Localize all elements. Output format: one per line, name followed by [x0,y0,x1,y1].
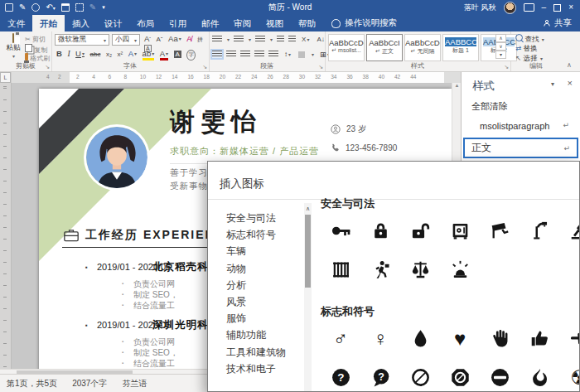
profile-photo[interactable] [86,127,147,188]
font-name-combo[interactable]: 微软雅黑▾ [55,34,109,46]
draw-icon[interactable]: ✎ [89,3,96,12]
multilevel-list-icon[interactable] [255,36,265,43]
page-indicator[interactable]: 第1页，共5页 [7,378,57,390]
styles-pane-close-icon[interactable]: × [568,78,573,88]
font-dialog-launcher[interactable]: ↘ [202,64,207,70]
bold-button[interactable]: B [56,49,62,58]
shading-icon[interactable] [298,51,305,58]
heart-icon[interactable]: ♥ [440,319,480,358]
asian-layout-icon[interactable]: X▾ [302,36,309,43]
running-thief-icon[interactable] [360,250,400,289]
grow-font-icon[interactable]: Aˆ [144,34,151,43]
distribute-icon[interactable] [268,51,278,58]
shrink-font-icon[interactable]: Aˇ [157,36,163,43]
align-center-icon[interactable] [226,51,236,58]
tab-home[interactable]: 开始 [32,15,65,31]
prison-bars-icon[interactable] [321,250,360,289]
styles-pane-dropdown-icon[interactable]: ▾ [551,80,554,88]
strikethrough-button[interactable]: abc [89,51,100,58]
tab-review[interactable]: 审阅 [226,15,259,31]
scroll-up-icon[interactable]: ∧ [304,203,312,214]
increase-indent-icon[interactable] [288,36,296,43]
sort-icon[interactable]: A↓ [317,36,324,43]
security-camera-icon[interactable] [480,211,520,250]
flame-icon[interactable] [520,358,559,392]
tab-selector[interactable]: L [0,72,11,83]
italic-button[interactable]: I [67,50,70,58]
gallery-scroll-down-icon[interactable]: ∨ [495,42,506,51]
align-left-icon[interactable] [212,51,222,58]
paragraph-dialog-launcher[interactable]: ↘ [318,64,323,70]
phonetic-guide-icon[interactable]: 拼 [197,36,203,44]
vertical-ruler[interactable] [0,83,12,375]
scrollbar-thumb[interactable] [305,215,311,288]
bullet-list-icon[interactable] [212,36,222,43]
subscript-button[interactable]: x₂ [106,51,112,58]
font-color-icon[interactable]: A▾ [160,49,168,60]
clear-all-item[interactable]: 全部清除 [471,100,508,113]
category-item[interactable]: 辅助功能 [226,327,301,343]
tell-me-search[interactable]: 操作说明搜索 [323,15,405,31]
female-icon[interactable]: ♀ [360,319,400,358]
category-item[interactable]: 安全与司法 [226,210,301,226]
user-avatar[interactable] [504,2,516,14]
style-item-normal-selected[interactable]: 正文 ↵ [463,138,578,158]
new-document-icon[interactable] [5,3,13,12]
highlight-color-icon[interactable]: ab▾ [143,49,155,60]
droplet-icon[interactable] [400,319,440,358]
tab-design[interactable]: 设计 [97,15,129,31]
underline-button[interactable]: U▾ [75,49,85,58]
justify-icon[interactable] [254,51,264,58]
no-symbol-octagon-icon[interactable] [440,358,480,392]
cut-button[interactable]: ✂ 剪切 [25,35,46,44]
line-spacing-icon[interactable]: ↕▾ [284,51,291,58]
word-count[interactable]: 2037个字 [72,378,107,390]
scales-of-justice-icon[interactable] [400,250,440,289]
category-item[interactable]: 动物 [226,260,301,277]
insert-table-icon[interactable] [61,3,70,12]
font-size-combo[interactable]: 小四▾ [112,34,140,46]
gavel-icon[interactable] [559,211,580,250]
no-symbol-icon[interactable] [400,358,440,392]
tab-mailings[interactable]: 邮件 [194,15,226,31]
style-card-heading1[interactable]: AABBCCDI 标题 1 [442,34,479,61]
tab-view[interactable]: 视图 [259,15,291,31]
tab-insert[interactable]: 插入 [65,15,97,31]
decrease-indent-icon[interactable] [277,36,284,43]
user-name[interactable]: 落叶 风秋 [464,2,496,13]
paste-icon[interactable] [75,3,84,12]
radiation-icon[interactable]: ☢ [559,358,580,392]
style-brush-icon[interactable]: ✎ [19,3,26,12]
replace-button[interactable]: ⇄ 替换 [515,44,538,54]
category-item[interactable]: 工具和建筑物 [226,344,301,361]
align-right-icon[interactable] [240,51,250,58]
category-item[interactable]: 服饰 [226,310,301,327]
superscript-button[interactable]: x² [118,51,123,58]
maximize-button[interactable] [553,4,561,12]
enclose-characters-icon[interactable]: 字 [186,50,196,60]
category-item[interactable]: 分析 [226,277,301,293]
tab-layout[interactable]: 布局 [129,15,162,31]
thumbs-up-icon[interactable] [520,319,559,358]
siren-icon[interactable] [440,250,480,289]
styles-dialog-launcher[interactable]: ↘ [504,64,509,70]
clipboard-dialog-launcher[interactable]: ↘ [45,64,50,70]
share-button[interactable]: 共享 [543,15,580,31]
style-card-no-spacing[interactable]: AaBbCcDdI ↵ 无间隔 [404,34,441,61]
style-card-normal[interactable]: AaBbCcI ↵ 正文 [366,34,403,61]
category-scrollbar[interactable]: ∧ [304,203,312,391]
qat-dropdown-icon[interactable]: ▾ [102,3,105,12]
gallery-expand-icon[interactable]: ▾ [495,51,506,59]
paste-button[interactable]: 粘贴 ▾ [3,34,23,59]
numbered-list-icon[interactable] [234,36,244,43]
change-case-icon[interactable]: Aa▾ [168,34,181,43]
tab-references[interactable]: 引用 [162,15,194,31]
pointing-hand-icon[interactable] [559,319,580,358]
character-shading-icon[interactable]: A [174,51,181,58]
category-item[interactable]: 车辆 [226,243,301,259]
category-item[interactable]: 风景 [226,293,301,310]
collapse-ribbon-icon[interactable]: ∧ [567,61,572,69]
stop-hand-icon[interactable] [480,319,520,358]
minimize-button[interactable]: – [542,3,547,12]
no-entry-icon[interactable] [480,358,520,392]
